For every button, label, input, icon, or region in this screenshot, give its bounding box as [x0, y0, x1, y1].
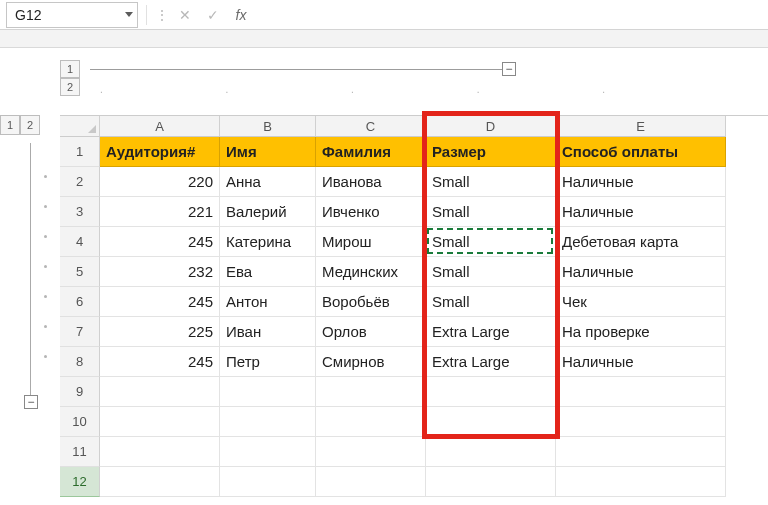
- collapse-side-icon[interactable]: −: [24, 395, 38, 409]
- outline-dots: . . . . .: [100, 84, 665, 95]
- row-header[interactable]: 6: [60, 287, 100, 317]
- cell[interactable]: [100, 407, 220, 437]
- row-header[interactable]: 2: [60, 167, 100, 197]
- cell[interactable]: Катерина: [220, 227, 316, 257]
- cell[interactable]: Extra Large: [426, 317, 556, 347]
- cell[interactable]: На проверке: [556, 317, 726, 347]
- row-header[interactable]: 8: [60, 347, 100, 377]
- cell[interactable]: 225: [100, 317, 220, 347]
- col-header-A[interactable]: A: [100, 116, 220, 137]
- cell[interactable]: Воробьёв: [316, 287, 426, 317]
- cell[interactable]: Чек: [556, 287, 726, 317]
- row-header[interactable]: 12: [60, 467, 100, 497]
- outline-side-level-2[interactable]: 2: [20, 115, 40, 135]
- col-header-C[interactable]: C: [316, 116, 426, 137]
- row-header[interactable]: 11: [60, 437, 100, 467]
- cell[interactable]: 221: [100, 197, 220, 227]
- cell[interactable]: 220: [100, 167, 220, 197]
- cell[interactable]: Петр: [220, 347, 316, 377]
- column-outline-group: 1 2 − . . . . .: [60, 60, 768, 100]
- outline-level-2[interactable]: 2: [60, 78, 80, 96]
- cell[interactable]: 245: [100, 287, 220, 317]
- drag-handle-icon[interactable]: ⋮: [155, 7, 171, 23]
- cell[interactable]: [220, 407, 316, 437]
- col-header-E[interactable]: E: [556, 116, 726, 137]
- outline-level-1[interactable]: 1: [60, 60, 80, 78]
- cell[interactable]: [316, 407, 426, 437]
- fx-icon[interactable]: fx: [227, 7, 255, 23]
- cell[interactable]: Extra Large: [426, 347, 556, 377]
- name-box[interactable]: G12: [6, 2, 138, 28]
- col-header-B[interactable]: B: [220, 116, 316, 137]
- cell[interactable]: Мирош: [316, 227, 426, 257]
- cell[interactable]: Наличные: [556, 167, 726, 197]
- cell[interactable]: [556, 407, 726, 437]
- row-header[interactable]: 1: [60, 137, 100, 167]
- cell[interactable]: [556, 437, 726, 467]
- cell[interactable]: Иванова: [316, 167, 426, 197]
- row-header[interactable]: 7: [60, 317, 100, 347]
- cell[interactable]: [220, 377, 316, 407]
- header-cell[interactable]: Способ оплаты: [556, 137, 726, 167]
- row-header[interactable]: 9: [60, 377, 100, 407]
- outline-vline: [30, 143, 31, 395]
- cell[interactable]: Small: [426, 287, 556, 317]
- chevron-down-icon[interactable]: [125, 12, 133, 17]
- cell[interactable]: Small: [426, 197, 556, 227]
- select-all-corner[interactable]: [60, 116, 100, 137]
- ribbon-shadow: [0, 30, 768, 48]
- cell[interactable]: [316, 467, 426, 497]
- cell[interactable]: [316, 377, 426, 407]
- cell[interactable]: [100, 467, 220, 497]
- col-header-D[interactable]: D: [426, 116, 556, 137]
- outline-side-level-1[interactable]: 1: [0, 115, 20, 135]
- outline-dot: [44, 235, 47, 238]
- cell[interactable]: Наличные: [556, 257, 726, 287]
- row-header[interactable]: 5: [60, 257, 100, 287]
- cell[interactable]: 245: [100, 227, 220, 257]
- cell[interactable]: [426, 407, 556, 437]
- cell[interactable]: Орлов: [316, 317, 426, 347]
- cell[interactable]: [426, 437, 556, 467]
- cell[interactable]: 232: [100, 257, 220, 287]
- outline-dot: [44, 295, 47, 298]
- column-headers: A B C D E: [60, 115, 768, 137]
- cell[interactable]: Small: [426, 227, 556, 257]
- cell[interactable]: [426, 467, 556, 497]
- cell[interactable]: Наличные: [556, 347, 726, 377]
- cell[interactable]: Мединских: [316, 257, 426, 287]
- row-header[interactable]: 10: [60, 407, 100, 437]
- cell[interactable]: [220, 467, 316, 497]
- outline-dot: [44, 325, 47, 328]
- header-cell[interactable]: Фамилия: [316, 137, 426, 167]
- cell[interactable]: Смирнов: [316, 347, 426, 377]
- cell[interactable]: Small: [426, 257, 556, 287]
- cell[interactable]: 245: [100, 347, 220, 377]
- cell[interactable]: Наличные: [556, 197, 726, 227]
- header-cell[interactable]: Имя: [220, 137, 316, 167]
- cell[interactable]: [100, 437, 220, 467]
- cell[interactable]: Иван: [220, 317, 316, 347]
- cell[interactable]: [220, 437, 316, 467]
- cell[interactable]: Ивченко: [316, 197, 426, 227]
- cell[interactable]: Валерий: [220, 197, 316, 227]
- cell[interactable]: [316, 437, 426, 467]
- cell[interactable]: Антон: [220, 287, 316, 317]
- header-cell[interactable]: Аудитория#: [100, 137, 220, 167]
- cell[interactable]: [556, 467, 726, 497]
- outline-line: [90, 69, 508, 70]
- cell[interactable]: [426, 377, 556, 407]
- cell[interactable]: Дебетовая карта: [556, 227, 726, 257]
- cell[interactable]: Ева: [220, 257, 316, 287]
- header-cell[interactable]: Размер: [426, 137, 556, 167]
- cell[interactable]: [100, 377, 220, 407]
- cell[interactable]: Анна: [220, 167, 316, 197]
- cell[interactable]: [556, 377, 726, 407]
- row-header[interactable]: 4: [60, 227, 100, 257]
- enter-icon: ✓: [199, 7, 227, 23]
- formula-bar: G12 ⋮ ✕ ✓ fx: [0, 0, 768, 30]
- outline-dot: [44, 205, 47, 208]
- cell[interactable]: Small: [426, 167, 556, 197]
- collapse-icon[interactable]: −: [502, 62, 516, 76]
- row-header[interactable]: 3: [60, 197, 100, 227]
